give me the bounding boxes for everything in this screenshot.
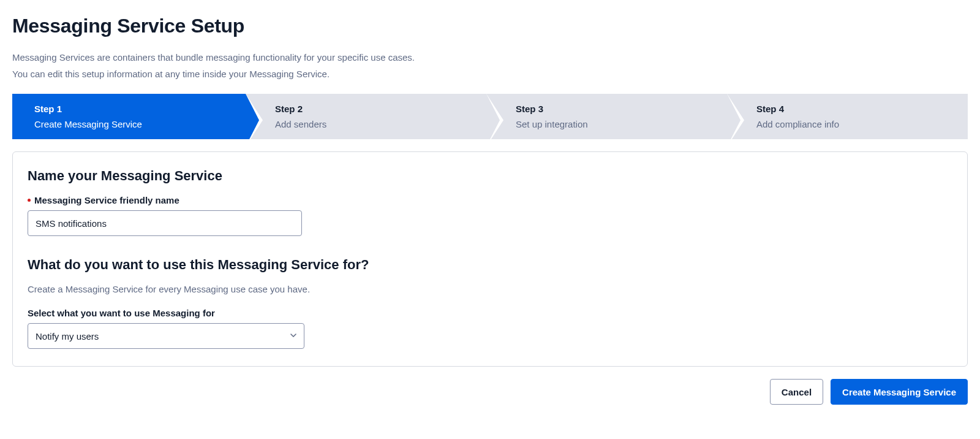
step-4-label: Step 4 bbox=[756, 104, 953, 114]
friendly-name-input[interactable] bbox=[28, 210, 302, 236]
step-1-desc: Create Messaging Service bbox=[34, 119, 231, 129]
step-4-desc: Add compliance info bbox=[756, 119, 953, 129]
use-helper-text: Create a Messaging Service for every Mes… bbox=[28, 284, 952, 294]
step-4[interactable]: Step 4 Add compliance info bbox=[727, 94, 968, 139]
step-2-label: Step 2 bbox=[275, 104, 472, 114]
step-2[interactable]: Step 2 Add senders bbox=[246, 94, 486, 139]
setup-stepper: Step 1 Create Messaging Service Step 2 A… bbox=[12, 94, 968, 139]
step-3-desc: Set up integration bbox=[516, 119, 712, 129]
friendly-name-label: Messaging Service friendly name bbox=[28, 195, 952, 205]
step-3-label: Step 3 bbox=[516, 104, 712, 114]
step-2-desc: Add senders bbox=[275, 119, 472, 129]
use-select-label-text: Select what you want to use Messaging fo… bbox=[28, 308, 215, 318]
step-1-label: Step 1 bbox=[34, 104, 231, 114]
cancel-button[interactable]: Cancel bbox=[770, 379, 823, 405]
page-title: Messaging Service Setup bbox=[12, 15, 968, 37]
form-card: Name your Messaging Service Messaging Se… bbox=[12, 151, 968, 367]
intro-line-1: Messaging Services are containers that b… bbox=[12, 51, 968, 64]
use-select-wrap: Notify my users bbox=[28, 323, 304, 349]
form-footer: Cancel Create Messaging Service bbox=[12, 379, 968, 405]
friendly-name-label-text: Messaging Service friendly name bbox=[34, 195, 179, 205]
step-1[interactable]: Step 1 Create Messaging Service bbox=[12, 94, 246, 139]
step-3[interactable]: Step 3 Set up integration bbox=[486, 94, 727, 139]
use-select[interactable]: Notify my users bbox=[28, 323, 304, 349]
page-intro: Messaging Services are containers that b… bbox=[12, 51, 968, 80]
required-indicator-icon bbox=[28, 199, 31, 202]
use-section-title: What do you want to use this Messaging S… bbox=[28, 257, 952, 273]
name-section-title: Name your Messaging Service bbox=[28, 168, 952, 184]
use-select-label: Select what you want to use Messaging fo… bbox=[28, 308, 952, 318]
intro-line-2: You can edit this setup information at a… bbox=[12, 67, 968, 80]
create-messaging-service-button[interactable]: Create Messaging Service bbox=[831, 379, 968, 405]
